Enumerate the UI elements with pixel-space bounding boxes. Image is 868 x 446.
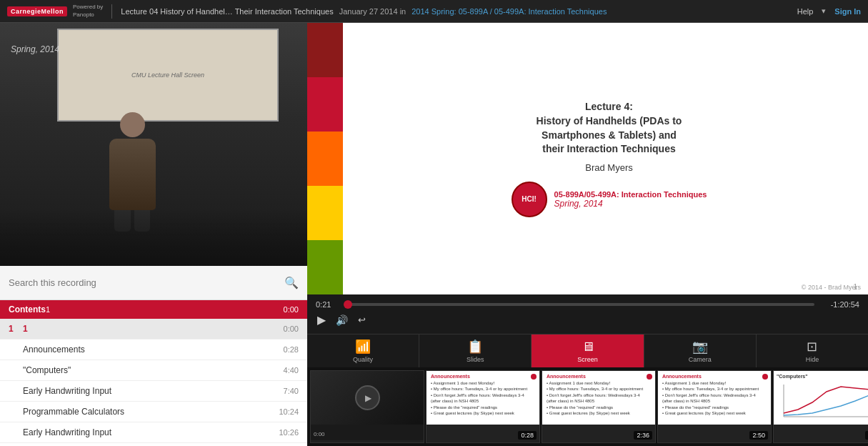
contents-item[interactable]: Programmable Calculators 10:24 — [0, 402, 307, 422]
thumb-slide-content: Announcements • Assignment 1 due next Mo… — [542, 371, 655, 425]
quality-icon: 📶 — [355, 339, 371, 355]
rewind-button[interactable]: ↩ — [356, 313, 367, 327]
course-link[interactable]: 2014 Spring: 05-899A / 05-499A: Interact… — [411, 7, 607, 16]
slide-page-num: 1 — [853, 283, 857, 291]
slide-main-content: Lecture 4: History of Handhelds (PDAs to… — [512, 100, 707, 217]
left-video-area: CMU Lecture Hall Screen Spring, 201 — [0, 23, 307, 266]
search-icon: 🔍 — [284, 276, 299, 289]
slide-copyright: © 2014 - Brad Myers — [802, 284, 861, 291]
main-slide-view: Lecture 4: History of Handhelds (PDAs to… — [307, 23, 868, 294]
thumb-slide-bullets: • Assignment 1 due next Monday!• My offi… — [431, 380, 535, 416]
play-button[interactable]: ▶ — [316, 312, 327, 328]
thumb-slide-content: Announcements • Assignment 1 due next Mo… — [426, 371, 539, 425]
thumb-time-badge: 2:50 — [749, 431, 768, 440]
tab-hide[interactable]: ⊡ Hide — [757, 334, 868, 367]
contents-time: 0:00 — [284, 305, 299, 314]
item-time: 10:24 — [279, 407, 299, 416]
date-info: January 27 2014 in — [339, 7, 406, 16]
thumbnail-item[interactable]: Announcements • Assignment 1 due next Mo… — [657, 370, 772, 443]
thumb-slide-title: Announcements — [431, 374, 535, 379]
thumb-red-dot — [531, 374, 537, 380]
tab-quality[interactable]: 📶 Quality — [307, 334, 419, 367]
item-title: Programmable Calculators — [23, 407, 279, 417]
contents-item[interactable]: 1 1 0:00 — [0, 319, 307, 340]
header-right: Help ▾ Sign In — [797, 6, 861, 16]
panopto-label: Powered byPanopto — [73, 4, 103, 19]
thumbnail-item[interactable]: ▶ 0:00 — [310, 370, 424, 443]
slide-heading: Lecture 4: History of Handhelds (PDAs to… — [512, 100, 707, 156]
current-time: 0:21 — [316, 300, 341, 309]
help-button[interactable]: Help — [797, 7, 814, 16]
search-input[interactable] — [9, 277, 279, 288]
slides-label: Slides — [467, 356, 484, 363]
contents-header: Contents 1 0:00 — [0, 300, 307, 319]
tab-camera[interactable]: 📷 Camera — [644, 334, 757, 367]
tab-screen[interactable]: 🖥 Screen — [532, 334, 644, 367]
header-separator — [111, 4, 112, 19]
thumb-red-dot — [647, 374, 652, 380]
item-time: 10:26 — [279, 428, 299, 437]
slides-icon: 📋 — [467, 339, 483, 355]
thumbnail-item[interactable]: Announcements • Assignment 1 due next Mo… — [426, 370, 540, 443]
thumbnail-item[interactable]: Announcements • Assignment 1 due next Mo… — [542, 370, 656, 443]
thumb-slide-title: Announcements — [547, 374, 651, 379]
hcii-logo: HCI! — [512, 182, 547, 217]
screen-icon: 🖥 — [582, 340, 594, 355]
logo-area: CarnegieMellon Powered byPanopto — [7, 4, 103, 19]
left-panel: CMU Lecture Hall Screen Spring, 201 — [0, 23, 307, 446]
signin-button[interactable]: Sign In — [834, 7, 861, 16]
hide-label: Hide — [806, 356, 819, 363]
presentation-screen: CMU Lecture Hall Screen — [57, 29, 279, 122]
thumb-slide-title: Announcements — [662, 374, 767, 379]
lecture-video[interactable]: CMU Lecture Hall Screen Spring, 201 — [0, 23, 307, 266]
slide-logo-area: HCI! 05-899A/05-499A: Interaction Techni… — [512, 182, 707, 217]
item-title: Early Handwriting Input — [23, 427, 279, 437]
thumb-chart: "Computers" — [774, 371, 868, 425]
camera-label: Camera — [689, 356, 712, 363]
color-bar-green — [307, 240, 343, 294]
progress-thumb[interactable] — [344, 300, 352, 309]
color-bars — [307, 23, 343, 294]
search-bar: 🔍 — [0, 266, 307, 300]
screen-label-tab: Screen — [577, 356, 598, 363]
course-name: 05-899A/05-499A: Interaction Techniques — [554, 190, 707, 199]
main-layout: CMU Lecture Hall Screen Spring, 201 — [0, 23, 868, 446]
controls-row: ▶ 🔊 ↩ — [316, 312, 859, 328]
thumb-slide-bullets: • Assignment 1 due next Monday!• My offi… — [662, 380, 767, 416]
item-title: Early Handwriting Input — [23, 386, 284, 396]
tab-slides[interactable]: 📋 Slides — [419, 334, 532, 367]
camera-icon: 📷 — [692, 339, 708, 355]
thumbnail-item[interactable]: "Computers" 4:40 — [773, 370, 868, 443]
thumbnail-strip: ▶ 0:00 Announcements • Assignment 1 due … — [307, 367, 868, 446]
header: CarnegieMellon Powered byPanopto Lecture… — [0, 0, 868, 23]
progress-track[interactable] — [346, 303, 814, 306]
color-bar-yellow — [307, 186, 343, 240]
course-info: 05-899A/05-499A: Interaction Techniques … — [554, 190, 707, 209]
thumb-time-badge: 4:40 — [865, 431, 868, 440]
contents-item[interactable]: Early Handwriting Input 7:40 — [0, 381, 307, 402]
audience-area — [0, 209, 307, 266]
quality-label: Quality — [353, 356, 373, 363]
cmu-logo: CarnegieMellon — [7, 6, 67, 16]
contents-item[interactable]: Early Handwriting Input 10:26 — [0, 422, 307, 443]
progress-bar-container: 0:21 -1:20:54 — [316, 300, 859, 309]
contents-panel[interactable]: Contents 1 0:00 1 1 0:00 Announcements 0… — [0, 300, 307, 446]
item-time: 4:40 — [284, 366, 299, 375]
color-bar-red — [307, 77, 343, 132]
lecture-title: Lecture 04 History of Handhel… Their Int… — [121, 7, 333, 16]
thumb-video: ▶ — [311, 371, 424, 425]
remaining-time: -1:20:54 — [820, 300, 859, 309]
spring-watermark: Spring, 2014 — [11, 44, 59, 54]
thumb-time-badge: 2:36 — [634, 431, 652, 440]
control-tabs: 📶 Quality 📋 Slides 🖥 Screen 📷 Camera ⊡ H… — [307, 334, 868, 367]
hide-icon: ⊡ — [807, 339, 817, 355]
contents-item[interactable]: Announcements 0:28 — [0, 340, 307, 360]
thumb-slide-bullets: • Assignment 1 due next Monday!• My offi… — [547, 380, 651, 416]
video-controls: 0:21 -1:20:54 ▶ 🔊 ↩ — [307, 294, 868, 334]
contents-item[interactable]: Programmable Calculators 10:35 — [0, 443, 307, 446]
color-bar-dark-red — [307, 23, 343, 77]
thumb-slide-content: Announcements • Assignment 1 due next Mo… — [658, 371, 771, 425]
contents-item[interactable]: "Computers" 4:40 — [0, 360, 307, 381]
volume-icon: 🔊 — [336, 314, 348, 326]
item-time: 0:00 — [284, 324, 299, 333]
